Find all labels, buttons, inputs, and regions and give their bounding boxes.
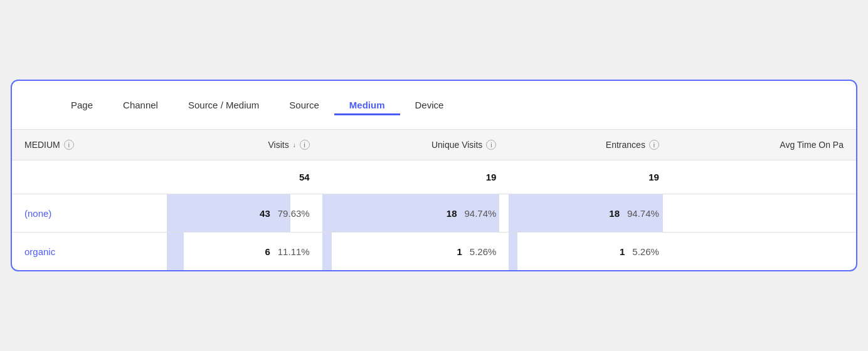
col-header-medium: MEDIUMi [12,130,167,160]
primary-dimension-row: PageChannelSource / MediumSourceMediumDe… [12,81,856,130]
visits-pct-organic: 11.11% [278,246,310,257]
ent-value-none: 18 [609,208,620,219]
col-label-entrances: Entrances [606,140,645,150]
visits-cell-organic: 611.11% [167,233,322,271]
dimension-items: PageChannelSource / MediumSourceMediumDe… [56,95,837,115]
ent-pct-organic: 5.26% [632,246,659,257]
col-label-unique-visits: Unique Visits [431,140,482,150]
dimension-tab-channel[interactable]: Channel [108,95,173,115]
col-label-medium: MEDIUM [24,140,60,150]
main-card: PageChannelSource / MediumSourceMediumDe… [11,80,857,271]
totals-cell-0 [12,160,167,194]
table-row-none: (none)4379.63%1894.74%1894.74% [12,194,856,233]
totals-cell-4 [672,160,856,194]
totals-cell-3: 19 [509,160,672,194]
col-header-avg-time: Avg Time On Pa [672,130,856,160]
sort-arrow-visits[interactable]: ↓ [293,142,296,149]
info-icon-visits[interactable]: i [300,140,310,150]
visits-pct-none: 79.63% [278,208,310,219]
totals-row: 541919 [12,160,856,194]
medium-cell-none[interactable]: (none) [12,194,167,233]
table-row-organic: organic611.11%15.26%15.26% [12,233,856,271]
col-header-unique-visits: Unique Visitsi [322,130,509,160]
dimension-tab-source[interactable]: Source [274,95,334,115]
table-container: MEDIUMiVisits↓iUnique VisitsiEntrancesiA… [12,130,856,270]
uv-value-none: 18 [447,208,457,219]
col-header-entrances: Entrancesi [509,130,672,160]
avg-time-cell-none [672,194,856,233]
info-icon-entrances[interactable]: i [649,140,659,150]
totals-cell-1: 54 [167,160,322,194]
uv-value-organic: 1 [457,246,462,257]
dimension-tab-device[interactable]: Device [400,95,459,115]
dimension-tab-medium[interactable]: Medium [334,95,400,115]
uv-pct-organic: 5.26% [470,246,497,257]
entrances-cell-none: 1894.74% [509,194,672,233]
dimension-tab-source-medium[interactable]: Source / Medium [173,95,274,115]
visits-cell-none: 4379.63% [167,194,322,233]
totals-cell-2: 19 [322,160,509,194]
uv-pct-none: 94.74% [465,208,497,219]
dimension-tab-page[interactable]: Page [56,95,108,115]
data-table: MEDIUMiVisits↓iUnique VisitsiEntrancesiA… [12,130,856,270]
avg-time-cell-organic [672,233,856,271]
info-icon-unique-visits[interactable]: i [486,140,496,150]
ent-pct-none: 94.74% [627,208,659,219]
unique-visits-cell-none: 1894.74% [322,194,509,233]
visits-value-organic: 6 [265,246,270,257]
entrances-cell-organic: 15.26% [509,233,672,271]
info-icon-medium[interactable]: i [64,140,74,150]
unique-visits-cell-organic: 15.26% [322,233,509,271]
col-label-visits: Visits [268,140,288,150]
col-label-avg-time: Avg Time On Pa [780,140,844,150]
col-header-visits[interactable]: Visits↓i [167,130,322,160]
medium-cell-organic[interactable]: organic [12,233,167,271]
visits-value-none: 43 [260,208,270,219]
ent-value-organic: 1 [620,246,625,257]
